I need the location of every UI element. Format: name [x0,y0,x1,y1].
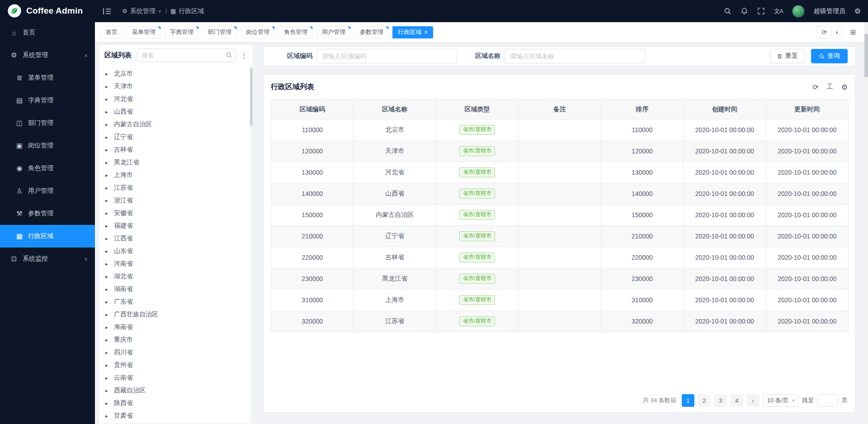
column-settings-gear-icon[interactable]: ⚙ [841,83,848,91]
settings-gear-icon[interactable]: ⚙ [854,7,861,15]
close-tab-icon[interactable]: × [424,29,428,35]
search-icon[interactable] [724,7,731,15]
region-tree-item[interactable]: ▸北京市 [99,67,253,80]
region-tree-item[interactable]: ▸重庆市 [99,333,253,346]
region-tree-item[interactable]: ▸四川省 [99,346,253,359]
sidebar-item-dept-management[interactable]: ◫部门管理 [0,112,95,134]
region-tree-item[interactable]: ▸贵州省 [99,359,253,372]
more-options-icon[interactable]: ⋮ [241,51,248,60]
tab-home[interactable]: 首页 [100,26,123,38]
region-tree-item[interactable]: ▸湖南省 [99,283,253,295]
caret-right-icon[interactable]: ▸ [105,134,112,140]
caret-right-icon[interactable]: ▸ [105,122,112,128]
region-tree-item[interactable]: ▸辽宁省 [99,131,253,143]
tab-region[interactable]: 行政区域× [392,26,433,38]
caret-right-icon[interactable]: ▸ [105,71,112,77]
caret-right-icon[interactable]: ▸ [105,147,112,153]
tab-menu-chevron-icon[interactable]: ∨ [832,26,843,38]
search-icon[interactable] [226,52,232,58]
translate-icon[interactable]: 文A [774,7,783,15]
caret-right-icon[interactable]: ▸ [105,286,112,292]
refresh-tabs-icon[interactable]: ⟳ [816,26,832,38]
caret-right-icon[interactable]: ▸ [105,223,112,229]
region-code-input[interactable] [317,49,457,63]
caret-right-icon[interactable]: ▸ [105,109,112,115]
region-tree-item[interactable]: ▸甘肃省 [99,410,253,422]
user-name[interactable]: 超级管理员 [814,7,845,15]
layout-icon[interactable]: ⊞ [847,26,859,38]
caret-right-icon[interactable]: ▸ [105,362,112,368]
sidebar-group-system-monitor[interactable]: ⊡ 系统监控 ∨ [0,248,95,270]
notification-bell-icon[interactable] [741,7,748,15]
region-tree-item[interactable]: ▸山西省 [99,105,253,118]
caret-right-icon[interactable]: ▸ [105,324,112,330]
sidebar-item-param-management[interactable]: ⚒参数管理 [0,202,95,225]
caret-right-icon[interactable]: ▸ [105,185,112,191]
page-button-4[interactable]: 4 [731,394,743,407]
caret-right-icon[interactable]: ▸ [105,312,112,318]
region-tree-item[interactable]: ▸安徽省 [99,207,253,219]
caret-right-icon[interactable]: ▸ [105,261,112,267]
collapse-sidebar-icon[interactable] [103,8,111,15]
tab-user[interactable]: 用户管理 [316,26,351,38]
region-tree-item[interactable]: ▸浙江省 [99,194,253,207]
next-page-button[interactable]: › [747,394,760,407]
tab-dept[interactable]: 部门管理 [203,26,237,38]
caret-right-icon[interactable]: ▸ [105,96,112,102]
region-tree-item[interactable]: ▸陕西省 [99,397,253,410]
sidebar-item-dict-management[interactable]: ▤字典管理 [0,89,95,112]
caret-right-icon[interactable]: ▸ [105,388,112,394]
reset-button[interactable]: 重置 [770,49,805,63]
sidebar-item-admin-region[interactable]: ▦行政区域 [0,225,95,248]
tab-menu[interactable]: 菜单管理 [127,26,161,38]
jump-page-input[interactable] [817,394,838,407]
region-tree-item[interactable]: ▸江西省 [99,232,253,245]
tab-dict[interactable]: 字典管理 [165,26,199,38]
caret-right-icon[interactable]: ▸ [105,337,112,343]
caret-right-icon[interactable]: ▸ [105,160,112,166]
region-tree-item[interactable]: ▸河南省 [99,257,253,270]
caret-right-icon[interactable]: ▸ [105,375,112,381]
tab-post[interactable]: 岗位管理 [241,26,275,38]
page-button-3[interactable]: 3 [714,394,727,407]
panel-scrollbar-thumb[interactable] [250,67,253,126]
region-tree-item[interactable]: ▸内蒙古自治区 [99,118,253,131]
sidebar-item-menu-management[interactable]: ≣菜单管理 [0,67,95,89]
user-avatar[interactable] [792,5,805,18]
caret-right-icon[interactable]: ▸ [105,172,112,178]
region-tree-item[interactable]: ▸青海省 [99,422,253,423]
region-tree-item[interactable]: ▸海南省 [99,321,253,333]
sidebar-item-role-management[interactable]: ◉角色管理 [0,157,95,180]
region-tree-item[interactable]: ▸广东省 [99,295,253,308]
sidebar-item-home[interactable]: ⌂ 首页 [0,21,95,44]
caret-right-icon[interactable]: ▸ [105,400,112,406]
region-tree-item[interactable]: ▸江苏省 [99,181,253,194]
region-tree-item[interactable]: ▸吉林省 [99,143,253,156]
page-button-2[interactable]: 2 [698,394,711,407]
tab-role[interactable]: 角色管理 [278,26,313,38]
region-name-input[interactable] [505,49,645,63]
caret-right-icon[interactable]: ▸ [105,299,112,305]
region-tree-item[interactable]: ▸广西壮族自治区 [99,308,253,321]
page-size-select[interactable]: 10 条/页 ▾ [763,394,798,407]
caret-right-icon[interactable]: ▸ [105,274,112,280]
fullscreen-icon[interactable] [757,7,765,15]
tab-param[interactable]: 参数管理 [354,26,389,38]
caret-right-icon[interactable]: ▸ [105,413,112,419]
row-height-icon[interactable]: 工 [827,83,833,91]
page-scrollbar-track[interactable] [864,22,868,424]
caret-right-icon[interactable]: ▸ [105,84,112,90]
region-tree-item[interactable]: ▸湖北省 [99,270,253,283]
caret-right-icon[interactable]: ▸ [105,198,112,204]
refresh-icon[interactable]: ⟳ [812,83,818,91]
sidebar-item-post-management[interactable]: ▣岗位管理 [0,134,95,157]
region-tree-item[interactable]: ▸西藏自治区 [99,384,253,397]
region-tree-item[interactable]: ▸河北省 [99,93,253,105]
region-tree-item[interactable]: ▸黑龙江省 [99,156,253,169]
region-search-input[interactable] [137,48,236,62]
caret-right-icon[interactable]: ▸ [105,248,112,254]
region-tree-item[interactable]: ▸山东省 [99,245,253,257]
breadcrumb-root[interactable]: ⚙ 系统管理 ∨ [122,7,161,15]
sidebar-item-user-management[interactable]: ♙用户管理 [0,180,95,202]
region-tree-item[interactable]: ▸天津市 [99,80,253,93]
